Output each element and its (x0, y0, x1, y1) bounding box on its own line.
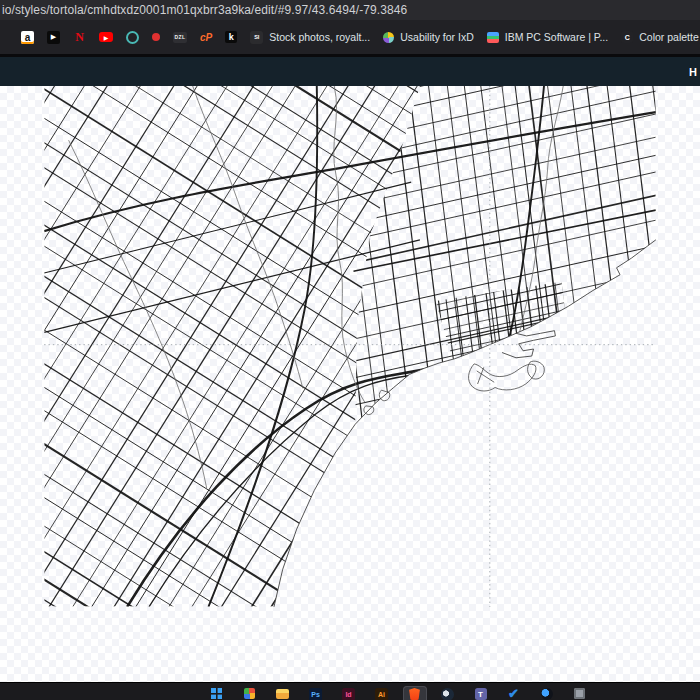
mapbox-studio-header: H (0, 57, 700, 86)
taskbar-item-brave[interactable] (403, 686, 427, 700)
brave-icon (409, 688, 421, 700)
bookmark-label: Usability for IxD (400, 31, 474, 43)
photoshop-icon: Ps (309, 688, 322, 700)
cpanel-icon: cP (200, 32, 212, 43)
bookmark-item-usability[interactable]: Usability for IxD (380, 25, 477, 49)
west-street-grid (0, 86, 700, 682)
bookmark-item-coolors[interactable]: CColor palette gener... (618, 25, 700, 49)
tile-boundary-lines (44, 86, 656, 607)
kickstarter-icon: k (225, 31, 237, 43)
taskbar-item-steam[interactable] (436, 686, 460, 700)
gray-app-icon (574, 688, 585, 699)
dzl-icon: DZL (173, 32, 187, 43)
taskbar-item-globe[interactable] (535, 686, 559, 700)
bookmark-item-netflix[interactable]: N (70, 25, 89, 49)
globe-icon (541, 688, 553, 700)
bookmark-item-stock[interactable]: SIStock photos, royalt... (247, 25, 373, 49)
bookmark-label: IBM PC Software | P... (505, 31, 609, 43)
bookmark-label: Stock photos, royalt... (269, 31, 370, 43)
bookmark-item-dzl[interactable]: DZL (170, 25, 190, 49)
bookmark-item-amazon[interactable]: a (18, 25, 37, 49)
steam-icon (441, 688, 454, 700)
teams-icon: T (475, 688, 487, 700)
bookmark-item-media-play[interactable]: ▶ (44, 25, 63, 49)
taskbar-item-windows-start[interactable] (205, 686, 229, 700)
bookmark-label: Color palette gener... (639, 31, 700, 43)
help-menu[interactable]: H (689, 66, 697, 78)
bookmark-item-teal-swirl[interactable] (123, 25, 142, 49)
usability-icon (383, 32, 394, 43)
bookmark-item-cpanel[interactable]: cP (197, 25, 215, 49)
ibm-pc-icon (487, 32, 499, 43)
browser-address-bar[interactable]: io/styles/tortola/cmhdtxdz0001m01qxbrr3a… (0, 0, 700, 20)
indesign-icon: Id (342, 688, 355, 700)
media-play-icon: ▶ (47, 31, 60, 44)
map-canvas[interactable] (0, 86, 700, 682)
windows-taskbar: PsIdAiT✔ (0, 682, 700, 700)
youtube-icon: ▶ (99, 32, 113, 42)
taskbar-icon-group: PsIdAiT✔ (205, 683, 592, 700)
bookmark-item-youtube[interactable]: ▶ (96, 25, 116, 49)
taskbar-item-illustrator[interactable]: Ai (370, 686, 394, 700)
bookmark-item-ibm-pc[interactable]: IBM PC Software | P... (484, 25, 612, 49)
bookmark-item-red-dot[interactable] (149, 25, 163, 49)
red-dot-icon (152, 33, 160, 41)
widgets-icon (244, 688, 255, 699)
netflix-icon: N (73, 31, 86, 44)
illustrator-icon: Ai (375, 688, 388, 700)
taskbar-item-indesign[interactable]: Id (337, 686, 361, 700)
bookmark-item-kickstarter[interactable]: k (222, 25, 240, 49)
teal-swirl-icon (126, 31, 139, 44)
url-text: io/styles/tortola/cmhdtxdz0001m01qxbrr3a… (2, 3, 407, 17)
road-map-svg (0, 86, 700, 682)
taskbar-item-photoshop[interactable]: Ps (304, 686, 328, 700)
amazon-icon: a (21, 31, 34, 44)
file-explorer-icon (276, 689, 289, 699)
bookmarks-bar: a▶N▶DZLcPkSIStock photos, royalt...Usabi… (0, 20, 700, 54)
taskbar-item-blue-check[interactable]: ✔ (502, 686, 526, 700)
downtown-dense-grid (0, 86, 700, 682)
taskbar-item-widgets[interactable] (238, 686, 262, 700)
blue-check-icon: ✔ (508, 686, 519, 700)
central-street-grid (0, 86, 700, 682)
stock-icon: SI (250, 31, 263, 44)
windows-start-icon (211, 688, 222, 699)
taskbar-item-gray-app[interactable] (568, 686, 592, 700)
taskbar-item-file-explorer[interactable] (271, 686, 295, 700)
taskbar-item-teams[interactable]: T (469, 686, 493, 700)
coolors-icon: C (621, 31, 633, 43)
road-network (0, 86, 700, 682)
motorways (44, 86, 656, 607)
